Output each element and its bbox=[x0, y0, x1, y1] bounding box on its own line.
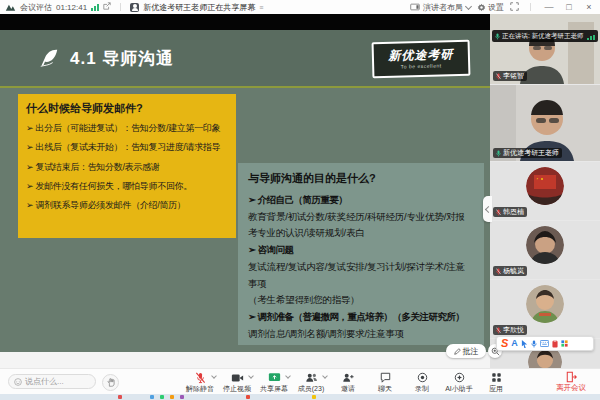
sidebar-collapse-handle[interactable] bbox=[483, 196, 492, 222]
fullscreen-button[interactable] bbox=[510, 2, 519, 13]
purpose-head: ➢ 咨询问题 bbox=[248, 241, 474, 259]
slide-header: 4.1 导师沟通 新优途考研 To be excellent bbox=[0, 30, 490, 88]
hand-icon bbox=[106, 378, 115, 387]
brand-tagline: To be excellent bbox=[401, 62, 442, 69]
ai-assistant-button[interactable]: AI小助手 bbox=[444, 371, 474, 393]
quick-chat-input[interactable]: 说点什么... bbox=[8, 374, 96, 389]
toolbar-buttons: 解除静音 停止视频 共享屏幕 成员(23) 邀请 bbox=[185, 371, 511, 393]
ai-assistant-icon bbox=[454, 371, 465, 384]
network-signal-icon bbox=[91, 4, 99, 11]
participant-name-badge: 李铭智 bbox=[493, 71, 527, 81]
close-button[interactable]: × bbox=[582, 0, 596, 14]
leave-meeting-button[interactable]: 离开会议 bbox=[556, 371, 586, 392]
minimize-button[interactable]: — bbox=[542, 0, 556, 14]
avatar bbox=[526, 226, 564, 264]
members-button[interactable]: 成员(23) bbox=[296, 371, 326, 393]
meeting-eval-link[interactable]: 会议评估 bbox=[20, 2, 52, 13]
ime-language-icon[interactable]: A bbox=[511, 339, 518, 348]
taskbar-app-icon[interactable] bbox=[170, 395, 174, 399]
chevron-icon[interactable] bbox=[211, 373, 217, 379]
taskbar-app-icon[interactable] bbox=[180, 395, 184, 399]
purpose-body: 复试流程/复试内容/复试安排/复习计划/探讨学术/注意事项 bbox=[248, 259, 474, 291]
mic-muted-icon bbox=[496, 209, 501, 216]
raise-hand-button[interactable] bbox=[102, 374, 119, 391]
tencent-meeting-logo-icon bbox=[5, 3, 16, 12]
right-box-title: 与导师沟通的目的是什么? bbox=[248, 171, 474, 186]
meeting-duration: 01:12:41 bbox=[56, 3, 87, 12]
gear-icon bbox=[477, 3, 486, 12]
participant-avatar-tile[interactable]: 杨毓岚 bbox=[490, 221, 600, 279]
bullet-item: ➢ 出线后（复试未开始）：告知复习进度/请求指导 bbox=[26, 138, 228, 157]
avatar bbox=[526, 167, 564, 205]
sogou-ime-toolbar[interactable]: S A bbox=[496, 336, 594, 351]
record-icon bbox=[417, 371, 428, 384]
purpose-body: 教育背景/初试分数/获奖经历/科研经历/专业优势/对报考专业的认识/读研规划/表… bbox=[248, 209, 474, 241]
share-link-icon[interactable] bbox=[103, 2, 111, 12]
settings-button[interactable]: 设置 bbox=[477, 2, 504, 13]
leave-door-icon bbox=[566, 371, 577, 383]
participant-name-badge: 杨毓岚 bbox=[493, 266, 527, 276]
camera-icon bbox=[231, 371, 244, 384]
shared-screen-area: 4.1 导师沟通 新优途考研 To be excellent 什么时候给导师发邮… bbox=[0, 14, 490, 368]
bullet-item: ➢ 发邮件没有任何损失，哪怕导师不回你。 bbox=[26, 177, 228, 196]
emoji-icon bbox=[14, 378, 22, 386]
meeting-titlebar: 会议评估 01:12:41 新优途考研王老师正在共享屏幕 ≡ 演讲者布局 设置 … bbox=[0, 0, 600, 14]
ime-toolbox-icon[interactable] bbox=[561, 340, 568, 347]
apps-button[interactable]: 应用 bbox=[481, 371, 511, 393]
participant-avatar-tile[interactable]: 李欣悦 bbox=[490, 280, 600, 338]
chat-button[interactable]: 聊天 bbox=[370, 371, 400, 393]
annotate-button[interactable]: 批注 bbox=[446, 344, 486, 358]
layout-switcher-button[interactable]: 演讲者布局 bbox=[410, 2, 471, 13]
screen-share-icon bbox=[268, 371, 281, 384]
participant-video-tile-speaking[interactable]: 新优途考研王老师 bbox=[490, 85, 600, 161]
chevron-icon[interactable] bbox=[248, 373, 254, 379]
chat-icon bbox=[380, 371, 391, 384]
slide-title: 4.1 导师沟通 bbox=[70, 47, 174, 70]
unmute-button[interactable]: 解除静音 bbox=[185, 371, 215, 393]
mic-muted-icon bbox=[496, 327, 501, 334]
participant-name-badge: 李欣悦 bbox=[493, 325, 527, 335]
invite-button[interactable]: 邀请 bbox=[333, 371, 363, 393]
ime-mic-icon[interactable] bbox=[531, 340, 537, 348]
participant-name-badge: 新优途考研王老师 bbox=[493, 148, 562, 158]
taskbar-app-icon[interactable] bbox=[246, 395, 250, 399]
share-screen-button[interactable]: 共享屏幕 bbox=[259, 371, 289, 393]
brand-badge: 新优途考研 To be excellent bbox=[372, 40, 471, 79]
mic-muted-icon bbox=[195, 371, 206, 384]
apps-icon bbox=[491, 371, 502, 384]
participant-avatar-tile[interactable]: 韩恩楠 bbox=[490, 162, 600, 220]
meeting-toolbar: 说点什么... 解除静音 停止视频 共享屏幕 成员(23) bbox=[0, 368, 600, 395]
purpose-note: （考生希望得到您的指导） bbox=[248, 292, 474, 308]
ime-cursor-icon[interactable] bbox=[521, 340, 528, 348]
participant-name-badge: 韩恩楠 bbox=[493, 207, 527, 217]
share-options-icon[interactable]: ≡ bbox=[259, 4, 263, 11]
mic-muted-icon bbox=[496, 268, 501, 275]
sogou-logo[interactable]: S bbox=[501, 338, 508, 349]
members-icon bbox=[305, 371, 318, 384]
chevron-icon[interactable] bbox=[285, 373, 291, 379]
communication-purpose-box: 与导师沟通的目的是什么? ➢ 介绍自己（简历重要） 教育背景/初试分数/获奖经历… bbox=[238, 163, 484, 345]
taskbar-app-icon[interactable] bbox=[150, 395, 154, 399]
ime-keyboard-icon[interactable] bbox=[540, 340, 549, 347]
letterbox-bar bbox=[0, 14, 490, 30]
mic-icon bbox=[496, 150, 501, 157]
mic-icon bbox=[495, 33, 500, 40]
mic-muted-icon bbox=[496, 73, 501, 80]
record-button[interactable]: 录制 bbox=[407, 371, 437, 393]
participant-video-tile[interactable]: 李铭智 bbox=[490, 14, 600, 84]
ime-clipboard-icon[interactable] bbox=[552, 340, 558, 348]
purpose-head: ➢ 调剂准备（普遍撒网，重点培养）（多关注研究所） bbox=[248, 308, 474, 326]
taskbar-app-icon[interactable] bbox=[118, 395, 122, 399]
stop-video-button[interactable]: 停止视频 bbox=[222, 371, 252, 393]
annotate-pen-icon bbox=[454, 348, 461, 355]
taskbar-app-icon[interactable] bbox=[312, 395, 316, 399]
taskbar-app-icon[interactable] bbox=[160, 395, 164, 399]
purpose-body: 调剂信息/调剂名额/调剂要求/注意事项 bbox=[248, 326, 474, 342]
layout-icon bbox=[410, 3, 420, 11]
network-signal-icon bbox=[587, 33, 595, 40]
maximize-button[interactable]: □ bbox=[562, 0, 576, 14]
invite-icon bbox=[342, 371, 354, 384]
presenter-avatar-icon bbox=[130, 3, 139, 12]
chevron-icon[interactable] bbox=[322, 373, 328, 379]
purpose-head: ➢ 介绍自己（简历重要） bbox=[248, 191, 474, 209]
